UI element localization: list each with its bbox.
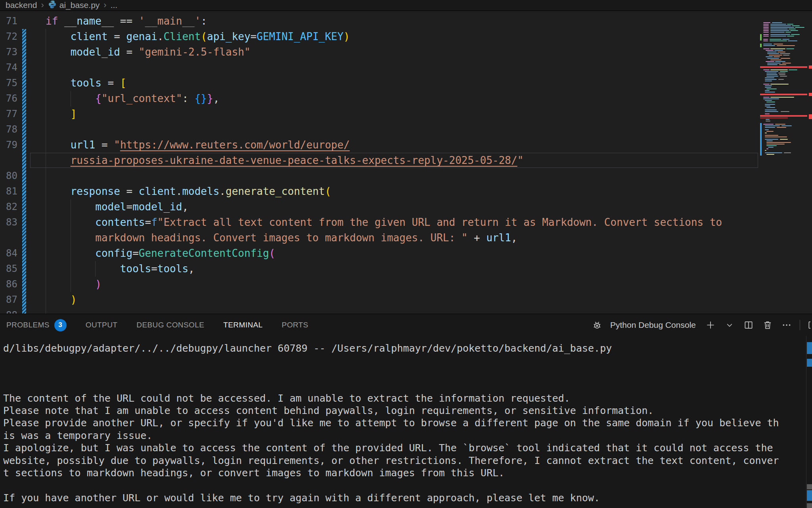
minimap-code-row <box>763 32 769 33</box>
minimap-code-row <box>774 56 780 57</box>
minimap-code-row <box>766 140 773 141</box>
code-token: markdown headings. Convert images to mar… <box>95 232 467 244</box>
code-line: 71if __name__ == '__main__': <box>0 13 760 29</box>
code-line: 78 <box>0 122 760 137</box>
terminal-command-mark[interactable] <box>807 484 812 489</box>
indent-guide <box>46 60 46 75</box>
minimap-error-line <box>760 115 807 117</box>
terminal-output[interactable]: d/libs/debugpy/adapter/../../debugpy/lau… <box>0 336 806 508</box>
minimap-code-row <box>765 106 770 106</box>
new-terminal-icon[interactable] <box>705 319 716 331</box>
python-file-icon <box>48 0 57 11</box>
overview-ruler-error-mark <box>809 114 812 119</box>
code-line: 74 <box>0 60 760 75</box>
minimap-code-row <box>763 30 769 31</box>
minimap-code-row <box>766 144 785 144</box>
code-text: contents=f"Extract all text content from… <box>46 215 722 230</box>
terminal-command-mark[interactable] <box>807 503 812 508</box>
panel-header: PROBLEMS3OUTPUTDEBUG CONSOLETERMINALPORT… <box>0 314 812 336</box>
terminal-command-mark[interactable] <box>807 490 812 501</box>
code-token: response <box>71 185 120 197</box>
code-token <box>46 92 95 104</box>
clipped-panel-icon <box>807 320 810 330</box>
minimap-code-row <box>778 73 785 73</box>
minimap-code-row <box>763 39 768 40</box>
breadcrumb-filename[interactable]: ai_base.py <box>59 0 100 10</box>
code-token: = <box>120 185 139 197</box>
minimap-code-row <box>775 61 785 62</box>
code-token: api_key <box>207 31 251 42</box>
minimap-code-row <box>774 44 783 44</box>
panel-tab-problems[interactable]: PROBLEMS3 <box>6 319 67 331</box>
chevron-down-icon[interactable] <box>724 319 735 331</box>
url-link[interactable]: russia-proposes-ukraine-date-venue-peace… <box>71 154 517 166</box>
code-token: : <box>182 92 194 104</box>
terminal-line <box>3 479 806 491</box>
code-token: + <box>467 232 486 244</box>
minimap-code-row <box>765 125 780 126</box>
vscode-window: backend › ai_base.py › ... 71if __name__… <box>0 0 812 508</box>
url-link[interactable]: https://www.reuters.com/world/europe/ <box>120 139 350 151</box>
code-line: 81 response = client.models.generate_con… <box>0 184 760 199</box>
minimap-code-row <box>763 25 769 26</box>
minimap-code-row <box>763 40 768 41</box>
panel-tab-label: PORTS <box>282 321 308 329</box>
minimap-code-row <box>770 40 787 41</box>
minimap-code-row <box>765 92 775 92</box>
ellipsis-icon[interactable] <box>781 319 793 331</box>
minimap-code-row <box>765 81 772 81</box>
line-number: 87 <box>0 292 17 308</box>
terminal-command-mark[interactable] <box>807 359 812 367</box>
minimap-code-row <box>765 79 777 80</box>
terminal-scrollbar[interactable] <box>806 336 812 508</box>
code-token <box>46 201 95 213</box>
minimap-code-row <box>766 107 775 108</box>
minimap-error-line <box>760 66 807 68</box>
terminal-line: website, possibly due to paywalls, login… <box>3 454 806 467</box>
minimap[interactable] <box>760 22 812 314</box>
minimap-code-row <box>770 25 791 26</box>
minimap-code-row <box>780 53 790 54</box>
code-line: 88 <box>0 308 760 314</box>
terminal-command-mark[interactable] <box>807 342 812 354</box>
code-token: = <box>126 201 133 213</box>
minimap-code-row <box>766 76 778 77</box>
breadcrumb-folder[interactable]: backend <box>6 0 37 10</box>
code-lines: 71if __name__ == '__main__':72 client = … <box>0 13 760 314</box>
code-token: GenerateContentConfig <box>139 247 269 259</box>
minimap-code-row <box>778 52 785 52</box>
code-token: '__main__' <box>139 15 201 27</box>
code-line-wrapped: markdown headings. Convert images to mar… <box>0 230 760 246</box>
minimap-code-row <box>770 24 786 25</box>
panel-tab-debug-console[interactable]: DEBUG CONSOLE <box>136 321 204 329</box>
code-text: url1 = "https://www.reuters.com/world/eu… <box>46 137 350 153</box>
code-editor[interactable]: 71if __name__ == '__main__':72 client = … <box>0 11 812 314</box>
code-token: model <box>95 201 126 213</box>
minimap-code-row <box>788 40 797 41</box>
code-token: "url_context" <box>102 92 182 104</box>
code-token <box>46 154 71 166</box>
code-text: tools = [ <box>46 75 126 91</box>
code-line: 84 config=GenerateContentConfig( <box>0 246 760 261</box>
split-terminal-icon[interactable] <box>743 319 755 331</box>
code-token: ) <box>71 294 77 306</box>
panel-tab-terminal[interactable]: TERMINAL <box>223 321 262 329</box>
panel-tab-ports[interactable]: PORTS <box>282 321 308 329</box>
minimap-code-row <box>779 64 786 65</box>
code-token: models <box>182 185 219 197</box>
minimap-code-row <box>766 89 777 89</box>
minimap-code-row <box>763 124 774 125</box>
minimap-code-row <box>763 36 769 37</box>
minimap-code-row <box>792 25 800 26</box>
line-number: 88 <box>0 308 17 314</box>
minimap-code-row <box>765 152 782 153</box>
panel-tab-output[interactable]: OUTPUT <box>86 321 118 329</box>
minimap-code-row <box>765 139 778 140</box>
code-line: 82 model=model_id, <box>0 199 760 215</box>
breadcrumb-symbol[interactable]: ... <box>111 0 118 10</box>
minimap-code-row <box>770 34 790 35</box>
minimap-code-row <box>782 39 789 40</box>
code-token: = <box>95 139 114 151</box>
terminal-instance-label[interactable]: Python Debug Console <box>610 320 696 330</box>
trash-icon[interactable] <box>762 319 774 331</box>
